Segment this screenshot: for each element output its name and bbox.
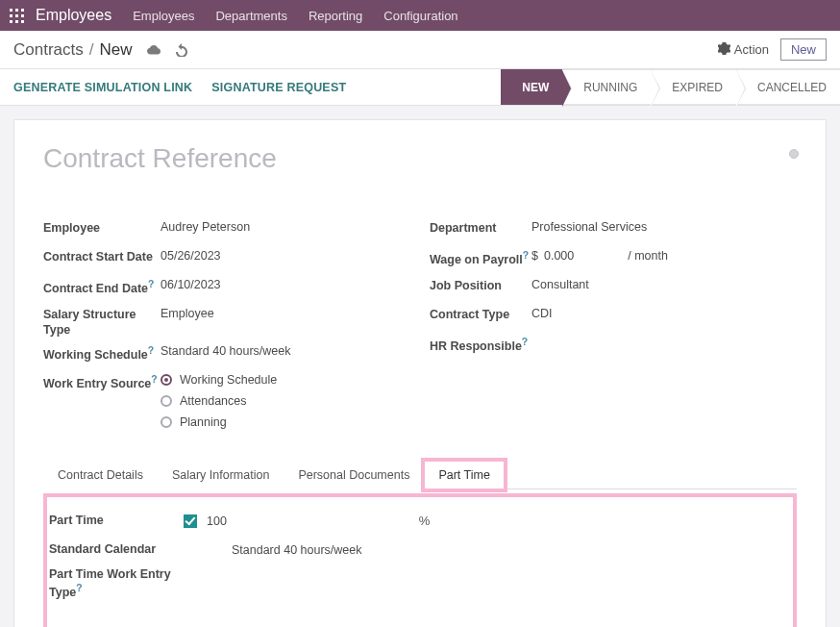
department-field[interactable]: Professional Services — [531, 216, 797, 234]
form-right-column: Department Professional Services Wage on… — [430, 216, 797, 431]
working-schedule-field[interactable]: Standard 40 hours/week — [161, 340, 410, 358]
employee-label: Employee — [43, 216, 161, 236]
tab-contract-details[interactable]: Contract Details — [43, 461, 158, 489]
help-icon[interactable]: ? — [151, 374, 157, 385]
help-icon[interactable]: ? — [522, 337, 528, 347]
status-cancelled[interactable]: CANCELLED — [736, 69, 840, 105]
nav-configuration[interactable]: Configuration — [383, 9, 457, 23]
end-date-label: Contract End Date? — [43, 274, 161, 296]
start-date-label: Contract Start Date — [43, 245, 161, 264]
work-entry-source-radiogroup: Working Schedule Attendances Planning — [161, 373, 410, 429]
radio-attendances[interactable]: Attendances — [161, 394, 410, 408]
radio-label: Planning — [180, 415, 227, 429]
wage-currency: $ — [531, 249, 538, 263]
svg-rect-5 — [21, 14, 24, 17]
top-navbar: Employees Employees Departments Reportin… — [0, 0, 840, 31]
contract-type-field[interactable]: CDI — [531, 303, 797, 320]
svg-rect-1 — [15, 9, 18, 12]
svg-rect-3 — [10, 14, 12, 17]
department-label: Department — [430, 216, 531, 236]
radio-label: Attendances — [180, 394, 247, 408]
app-brand[interactable]: Employees — [36, 7, 111, 24]
status-expired[interactable]: EXPIRED — [651, 69, 736, 105]
hr-responsible-field[interactable] — [531, 332, 797, 336]
end-date-field[interactable]: 06/10/2023 — [161, 274, 410, 291]
new-button[interactable]: New — [780, 38, 827, 61]
secondary-bar: GENERATE SIMULATION LINK SIGNATURE REQUE… — [0, 69, 840, 106]
hr-responsible-label: HR Responsible? — [430, 332, 531, 354]
apps-icon[interactable] — [10, 9, 24, 23]
svg-rect-7 — [15, 20, 18, 23]
part-time-label: Part Time — [49, 513, 184, 528]
standard-calendar-field[interactable]: Standard 40 hours/week — [232, 543, 362, 557]
help-icon[interactable]: ? — [76, 583, 82, 593]
help-icon[interactable]: ? — [148, 345, 154, 356]
breadcrumb-current: New — [99, 40, 132, 60]
form-left-column: Employee Audrey Peterson Contract Start … — [43, 216, 410, 431]
part-time-checkbox[interactable] — [184, 514, 197, 528]
start-date-field[interactable]: 05/26/2023 — [161, 245, 410, 263]
tab-part-time[interactable]: Part Time — [424, 461, 505, 489]
job-position-field[interactable]: Consultant — [531, 274, 797, 291]
nav-employees[interactable]: Employees — [133, 9, 194, 23]
action-label: Action — [734, 42, 769, 57]
part-time-percent-field[interactable]: 100 — [207, 514, 227, 528]
statusbar: NEW RUNNING EXPIRED CANCELLED — [501, 69, 840, 105]
help-icon[interactable]: ? — [523, 250, 529, 261]
structure-type-field[interactable]: Employee — [161, 303, 410, 320]
radio-working-schedule[interactable]: Working Schedule — [161, 373, 410, 387]
tab-personal-documents[interactable]: Personal Documents — [284, 461, 424, 489]
breadcrumb-separator: / — [89, 40, 94, 60]
svg-rect-4 — [15, 14, 18, 17]
radio-planning[interactable]: Planning — [161, 415, 410, 429]
nav-departments[interactable]: Departments — [215, 9, 286, 23]
status-running[interactable]: RUNNING — [562, 69, 651, 105]
gear-icon — [718, 42, 730, 58]
part-time-panel: Part Time 100 % Standard Calendar Standa… — [43, 493, 797, 628]
employee-field[interactable]: Audrey Peterson — [161, 216, 410, 234]
working-schedule-label: Working Schedule? — [43, 340, 161, 363]
structure-type-label: Salary Structure Type — [43, 303, 161, 339]
form-sheet: Contract Reference Employee Audrey Peter… — [13, 119, 827, 627]
help-icon[interactable]: ? — [148, 279, 154, 289]
radio-icon — [161, 416, 172, 428]
part-time-work-entry-type-label: Part Time Work Entry Type? — [49, 566, 184, 601]
action-button[interactable]: Action — [718, 42, 769, 58]
control-bar: Contracts / New Action New — [0, 31, 840, 69]
work-entry-source-label: Work Entry Source? — [43, 369, 161, 391]
cloud-save-icon[interactable] — [146, 43, 161, 57]
radio-icon — [161, 374, 172, 386]
wage-label: Wage on Payroll? — [430, 245, 531, 267]
contract-type-label: Contract Type — [430, 303, 531, 322]
status-new[interactable]: NEW — [501, 69, 562, 105]
standard-calendar-label: Standard Calendar — [49, 541, 184, 557]
radio-icon — [161, 395, 172, 407]
contract-reference-input[interactable]: Contract Reference — [43, 143, 797, 174]
svg-rect-8 — [21, 20, 24, 23]
wage-field[interactable]: 0.000 — [544, 249, 574, 263]
tablist: Contract Details Salary Information Pers… — [43, 460, 797, 489]
generate-simulation-button[interactable]: GENERATE SIMULATION LINK — [13, 81, 192, 94]
job-position-label: Job Position — [430, 274, 531, 293]
radio-label: Working Schedule — [180, 373, 277, 387]
breadcrumb-root[interactable]: Contracts — [13, 40, 84, 60]
svg-rect-0 — [10, 9, 12, 12]
kanban-state-icon[interactable] — [789, 149, 799, 159]
tab-salary-information[interactable]: Salary Information — [158, 461, 284, 489]
svg-rect-6 — [10, 20, 12, 23]
svg-rect-2 — [21, 9, 24, 12]
signature-request-button[interactable]: SIGNATURE REQUEST — [211, 81, 346, 94]
wage-period: / month — [628, 249, 668, 263]
nav-reporting[interactable]: Reporting — [309, 9, 362, 23]
discard-icon[interactable] — [175, 43, 188, 57]
percent-sign: % — [419, 514, 431, 528]
breadcrumb: Contracts / New — [13, 40, 188, 60]
